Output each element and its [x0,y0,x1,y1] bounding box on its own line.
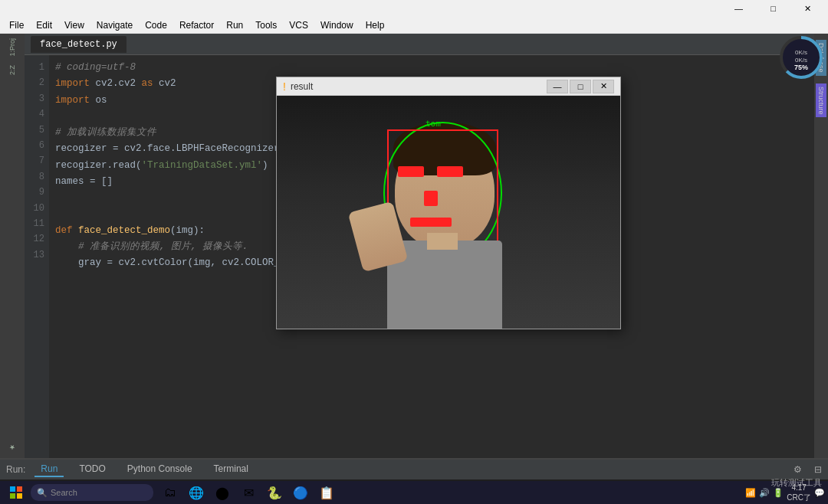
run-label: Run: [6,464,25,475]
face-detection-label: tom [426,119,441,129]
menu-window[interactable]: Window [314,18,360,32]
tray-battery-icon[interactable]: 🔋 [773,488,784,498]
close-button[interactable]: ✕ [790,0,825,17]
result-icon: ! [283,80,286,93]
right-eye-rect [437,166,463,177]
right-sidebar: Database Structure [814,34,828,458]
watermark-text: 玩转测试工具 [771,477,822,489]
console-tab-todo[interactable]: TODO [73,462,111,477]
console-tab-run[interactable]: Run [34,462,64,477]
minimize-button[interactable]: — [721,0,756,17]
start-button[interactable] [3,483,29,502]
console-gear-icon[interactable]: ⚙ [794,464,802,475]
taskbar: 🔍 Search 🗂 🌐 ⬤ ✉ 🐍 🔵 📋 📶 🔊 🔋 4:17 CRC了 💬 [0,481,828,504]
result-window-buttons: — □ ✕ [547,80,614,93]
svg-text:0K/s: 0K/s [795,57,807,64]
svg-rect-8 [17,493,22,499]
face-detection-view: tom [277,96,620,329]
svg-text:0K/s: 0K/s [795,49,807,56]
network-speed-widget: 0K/s 0K/s 75% [777,34,825,81]
result-titlebar: ! result — □ ✕ [277,77,620,96]
menu-view[interactable]: View [58,18,90,32]
tray-volume-icon[interactable]: 🔊 [759,488,770,498]
menu-help[interactable]: Help [360,18,391,32]
console-expand-icon[interactable]: ⊟ [814,464,822,475]
result-minimize-button[interactable]: — [547,80,568,93]
left-sidebar: 1:Proj 2:Z ★ [0,34,25,458]
sidebar-icon-favorites[interactable]: ★ [2,437,23,458]
tray-notification-icon[interactable]: 💬 [814,488,825,498]
menu-navigate[interactable]: Navigate [90,18,139,32]
taskbar-app-mail[interactable]: ✉ [236,483,261,502]
svg-rect-5 [10,486,15,492]
taskbar-search[interactable]: 🔍 Search [31,484,153,501]
result-window: ! result — □ ✕ tom [276,77,621,329]
menu-code[interactable]: Code [139,18,173,32]
menu-tools[interactable]: Tools [249,18,283,32]
right-sidebar-structure[interactable]: Structure [816,83,826,118]
sidebar-icon-project[interactable]: 1:Proj [2,37,23,58]
taskbar-app-explorer[interactable]: 🗂 [158,483,182,502]
taskbar-app-git[interactable]: 📋 [314,483,339,502]
code-tabs: face_detect.py [25,34,814,55]
taskbar-app-chrome[interactable]: ⬤ [210,483,235,502]
taskbar-apps: 🗂 🌐 ⬤ ✉ 🐍 🔵 📋 [158,483,339,502]
taskbar-app-edge[interactable]: 🌐 [184,483,209,502]
menubar: File Edit View Navigate Code Refactor Ru… [0,17,828,34]
mouth-rect [410,218,452,227]
taskbar-date-text: CRC了 [787,493,811,502]
menu-vcs[interactable]: VCS [283,18,314,32]
result-content: tom [277,96,620,329]
console-tab-terminal[interactable]: Terminal [208,462,255,477]
result-title: result [291,81,547,92]
menu-file[interactable]: File [3,18,30,32]
left-eye-rect [398,166,424,177]
menu-refactor[interactable]: Refactor [173,18,220,32]
result-maximize-button[interactable]: □ [570,80,591,93]
menu-edit[interactable]: Edit [30,18,58,32]
tray-network-icon[interactable]: 📶 [745,488,756,498]
line-numbers: 12345 678910 111213 [25,55,49,458]
maximize-button[interactable]: □ [756,0,790,17]
person-area: tom [341,114,556,329]
taskbar-app-pycharm[interactable]: 🐍 [262,483,287,502]
sidebar-icon-structure[interactable]: 2:Z [2,60,23,81]
console-tab-python[interactable]: Python Console [121,462,199,477]
progress-ring-svg: 0K/s 0K/s 75% [777,34,825,81]
console-header: Run: Run TODO Python Console Terminal ⚙ … [0,460,828,479]
svg-rect-6 [17,486,22,492]
window-titlebar: — □ ✕ [0,0,828,17]
nose-rect [424,191,438,206]
svg-text:75%: 75% [794,64,808,71]
search-placeholder: Search [51,488,77,497]
code-tab-active[interactable]: face_detect.py [31,36,127,53]
search-icon: 🔍 [37,488,48,498]
svg-rect-7 [10,493,15,499]
result-close-button[interactable]: ✕ [593,80,614,93]
taskbar-app-python[interactable]: 🔵 [288,483,313,502]
menu-run[interactable]: Run [220,18,249,32]
